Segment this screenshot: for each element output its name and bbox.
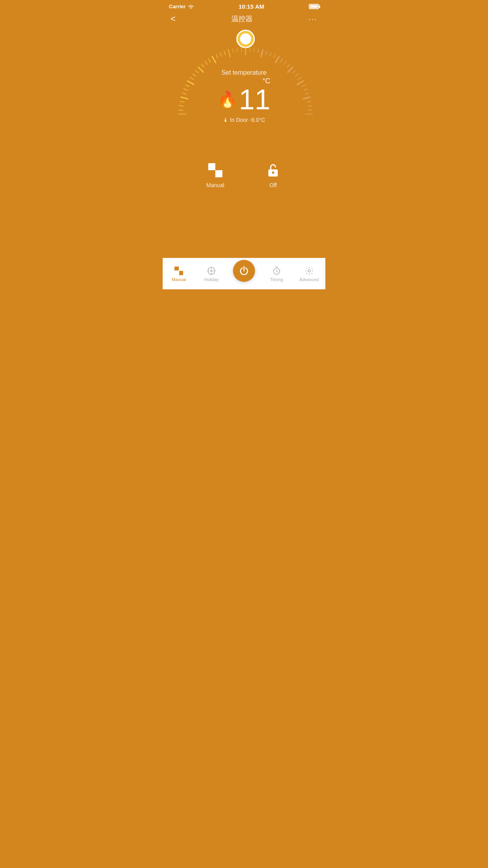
svg-line-43 bbox=[304, 89, 307, 90]
svg-line-12 bbox=[195, 70, 198, 73]
temp-main: 🔥 11 bbox=[218, 85, 270, 114]
temp-unit: °C bbox=[218, 77, 270, 85]
tab-manual-label: Manual bbox=[172, 277, 186, 282]
svg-line-48 bbox=[308, 110, 312, 110]
indoor-temp: 🌡 In Door -9.0°C bbox=[218, 117, 270, 123]
tab-advanced-icon bbox=[305, 266, 314, 276]
svg-line-61 bbox=[277, 271, 278, 272]
svg-line-35 bbox=[284, 61, 286, 64]
more-button[interactable]: ··· bbox=[308, 15, 317, 24]
svg-line-44 bbox=[305, 93, 309, 94]
svg-line-42 bbox=[302, 85, 305, 86]
svg-line-6 bbox=[182, 93, 186, 94]
manual-icon-box bbox=[207, 162, 224, 179]
svg-line-16 bbox=[209, 59, 211, 62]
manual-checkerboard-icon bbox=[208, 163, 222, 177]
lock-control[interactable]: Off bbox=[264, 162, 282, 188]
svg-line-9 bbox=[188, 81, 194, 85]
svg-line-40 bbox=[298, 77, 301, 80]
carrier-label: Carrier bbox=[169, 4, 186, 9]
svg-line-34 bbox=[281, 59, 283, 62]
svg-line-13 bbox=[198, 67, 204, 72]
nav-bar: < 温控器 ··· bbox=[163, 11, 325, 28]
svg-point-63 bbox=[308, 270, 310, 272]
svg-line-38 bbox=[293, 70, 296, 73]
tab-manual[interactable]: Manual bbox=[163, 266, 195, 282]
tab-bar: Manual Holiday bbox=[163, 258, 325, 289]
tab-timing-icon bbox=[272, 266, 281, 276]
thermometer-icon: 🌡 bbox=[223, 117, 228, 123]
svg-line-45 bbox=[303, 97, 310, 99]
svg-line-5 bbox=[181, 97, 188, 99]
svg-line-36 bbox=[287, 64, 290, 67]
flame-icon: 🔥 bbox=[218, 90, 237, 109]
set-temp-label: Set temperature bbox=[218, 69, 270, 76]
svg-point-53 bbox=[211, 270, 212, 272]
svg-line-37 bbox=[288, 67, 293, 72]
svg-line-41 bbox=[297, 81, 304, 85]
svg-line-14 bbox=[202, 64, 204, 67]
manual-control[interactable]: Manual bbox=[206, 162, 224, 188]
unlock-icon bbox=[267, 163, 279, 177]
power-button[interactable] bbox=[233, 260, 255, 282]
svg-line-2 bbox=[179, 110, 183, 110]
status-bar: Carrier 10:15 AM bbox=[163, 0, 325, 11]
tab-power[interactable] bbox=[228, 260, 261, 280]
dial-section: Set temperature °C 🔥 11 🌡 In Door -9.0°C bbox=[163, 28, 325, 154]
svg-line-47 bbox=[308, 106, 312, 106]
tab-manual-icon bbox=[174, 266, 183, 276]
page-title: 温控器 bbox=[231, 14, 253, 24]
indoor-temp-value: In Door -9.0°C bbox=[230, 117, 265, 123]
tab-holiday-label: Holiday bbox=[204, 277, 219, 282]
svg-line-8 bbox=[186, 85, 189, 86]
back-button[interactable]: < bbox=[171, 14, 176, 24]
svg-line-32 bbox=[273, 55, 275, 58]
svg-line-3 bbox=[179, 106, 183, 106]
dial-center: Set temperature °C 🔥 11 🌡 In Door -9.0°C bbox=[218, 48, 270, 123]
tab-advanced-label: Advanced bbox=[299, 277, 319, 282]
time-label: 10:15 AM bbox=[238, 3, 264, 10]
svg-line-15 bbox=[205, 61, 207, 64]
svg-line-33 bbox=[275, 57, 279, 63]
lock-label: Off bbox=[270, 182, 277, 188]
svg-line-7 bbox=[184, 89, 187, 90]
wifi-icon bbox=[188, 4, 194, 10]
svg-point-0 bbox=[240, 33, 251, 44]
tab-timing-label: Timing bbox=[270, 277, 283, 282]
controls-section: Manual Off bbox=[163, 162, 325, 188]
svg-line-11 bbox=[193, 74, 196, 76]
battery-icon bbox=[309, 4, 319, 9]
svg-line-46 bbox=[307, 101, 311, 102]
svg-line-39 bbox=[295, 74, 299, 76]
lock-icon-box bbox=[264, 162, 282, 179]
manual-label: Manual bbox=[206, 182, 224, 188]
tab-holiday-icon bbox=[207, 266, 216, 276]
svg-point-51 bbox=[272, 171, 274, 174]
tab-holiday[interactable]: Holiday bbox=[195, 266, 228, 282]
status-left: Carrier bbox=[169, 4, 194, 10]
svg-line-4 bbox=[180, 101, 184, 102]
temp-value: 11 bbox=[239, 85, 270, 114]
svg-line-10 bbox=[190, 77, 193, 80]
tab-advanced[interactable]: Advanced bbox=[293, 266, 325, 282]
svg-line-17 bbox=[212, 57, 216, 63]
tab-timing[interactable]: Timing bbox=[260, 266, 293, 282]
